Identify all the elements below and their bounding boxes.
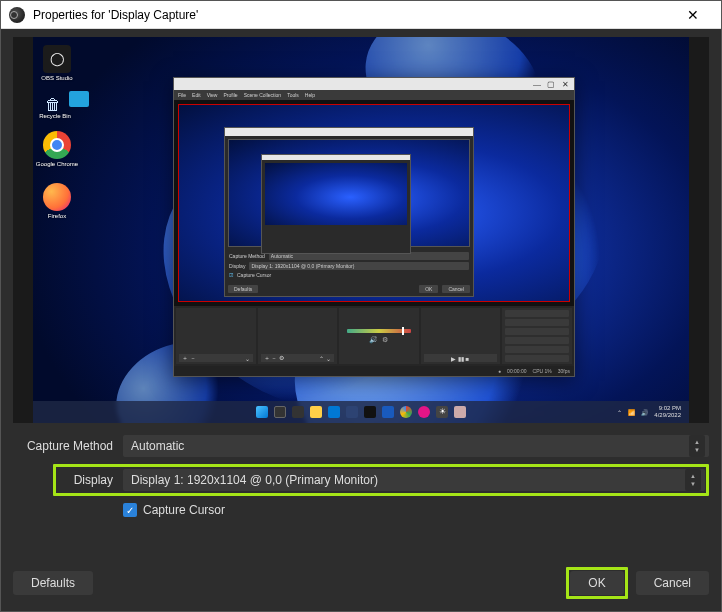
tray-volume-icon: 🔊	[641, 409, 648, 416]
edge-icon	[328, 406, 340, 418]
properties-form: Capture Method Automatic ▲▼ Display Disp…	[1, 427, 721, 517]
search-icon	[274, 406, 286, 418]
explorer-icon	[310, 406, 322, 418]
nested-obs-window: —▢✕ FileEditViewProfileScene CollectionT…	[173, 77, 575, 377]
close-button[interactable]: ✕	[673, 7, 713, 23]
start-icon	[256, 406, 268, 418]
titlebar: Properties for 'Display Capture' ✕	[1, 1, 721, 29]
obs-taskbar-icon	[364, 406, 376, 418]
display-select[interactable]: Display 1: 1920x1104 @ 0,0 (Primary Moni…	[123, 469, 705, 491]
capture-cursor-checkbox[interactable]: ✓	[123, 503, 137, 517]
chrome-taskbar-icon	[400, 406, 412, 418]
app-icon	[454, 406, 466, 418]
dialog-footer: Defaults OK Cancel	[1, 555, 721, 611]
desktop-icon-firefox	[43, 183, 71, 211]
defaults-button[interactable]: Defaults	[13, 571, 93, 595]
desktop-icon-label: Firefox	[35, 213, 79, 219]
preview-canvas[interactable]: ◯ OBS Studio 🗑 Recycle Bin Google Chrome…	[13, 37, 709, 423]
select-arrows-icon[interactable]: ▲▼	[689, 435, 705, 457]
ok-button[interactable]: OK	[570, 571, 623, 595]
desktop-icon-obs: ◯	[43, 45, 71, 73]
capture-method-select[interactable]: Automatic ▲▼	[123, 435, 709, 457]
display-row-highlighted: Display Display 1: 1920x1104 @ 0,0 (Prim…	[53, 464, 709, 496]
tray-chevron-icon: ⌃	[617, 409, 622, 416]
capture-method-row: Capture Method Automatic ▲▼	[13, 435, 709, 457]
display-label: Display	[57, 473, 123, 487]
app-icon: ☀	[436, 406, 448, 418]
capture-cursor-label: Capture Cursor	[143, 503, 225, 517]
preview-area: ◯ OBS Studio 🗑 Recycle Bin Google Chrome…	[1, 29, 721, 427]
capture-method-label: Capture Method	[13, 439, 123, 453]
cancel-button[interactable]: Cancel	[636, 571, 709, 595]
desktop-icon-label: OBS Studio	[35, 75, 79, 81]
window-title: Properties for 'Display Capture'	[33, 8, 673, 22]
desktop-icon-label: Google Chrome	[35, 161, 79, 167]
clock-date: 4/29/2022	[654, 412, 681, 419]
capture-cursor-row: ✓ Capture Cursor	[123, 503, 709, 517]
ok-highlight: OK	[566, 567, 627, 599]
taskview-icon	[292, 406, 304, 418]
taskbar: ☀ ⌃ 📶 🔊 9:02 PM 4/29/2022	[33, 401, 689, 423]
capture-method-value: Automatic	[131, 439, 184, 453]
obs-icon	[9, 7, 25, 23]
display-value: Display 1: 1920x1104 @ 0,0 (Primary Moni…	[131, 473, 378, 487]
store-icon	[346, 406, 358, 418]
select-arrows-icon[interactable]: ▲▼	[685, 469, 701, 491]
desktop-icon-chrome	[43, 131, 71, 159]
clock-time: 9:02 PM	[654, 405, 681, 412]
dialog-body: ◯ OBS Studio 🗑 Recycle Bin Google Chrome…	[1, 29, 721, 611]
firefox-taskbar-icon	[418, 406, 430, 418]
tray-wifi-icon: 📶	[628, 409, 635, 416]
desktop-icon-label: Recycle Bin	[33, 113, 77, 119]
desktop-icon-generic	[69, 91, 89, 107]
app-icon	[382, 406, 394, 418]
